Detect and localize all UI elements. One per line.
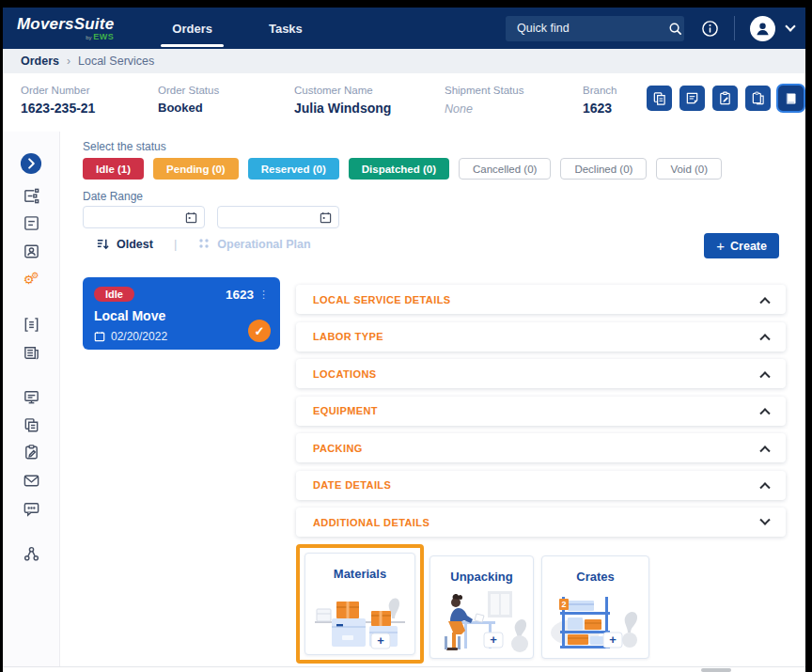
quick-find-input[interactable] <box>517 22 668 35</box>
order-info-bar: Order Number 1623-235-21 Order Status Bo… <box>3 73 805 125</box>
accordion-locations[interactable]: LOCATIONS <box>296 359 786 388</box>
status-chip-declined[interactable]: Declined (0) <box>560 158 647 180</box>
horizontal-scrollbar-thumb[interactable] <box>701 668 731 672</box>
operational-plan-icon[interactable] <box>197 238 211 251</box>
sort-oldest-label[interactable]: Oldest <box>117 238 153 251</box>
status-chip-pending[interactable]: Pending (0) <box>153 158 239 180</box>
mail-icon[interactable] <box>20 469 42 492</box>
clipboard-edit-icon[interactable] <box>712 86 738 111</box>
create-button[interactable]: + Create <box>704 233 779 258</box>
selected-check-icon[interactable]: ✓ <box>248 320 271 342</box>
monitor-icon[interactable] <box>20 385 42 408</box>
tab-tasks[interactable]: Tasks <box>241 8 331 49</box>
person-card-icon[interactable] <box>20 240 42 262</box>
breadcrumb-separator: › <box>67 55 70 68</box>
field-branch: Branch 1623 <box>583 85 617 116</box>
crates-card[interactable]: Crates <box>541 555 649 659</box>
copy-document-icon[interactable] <box>647 86 672 111</box>
calendar-icon <box>185 211 197 224</box>
operational-plan-label[interactable]: Operational Plan <box>217 238 310 251</box>
order-card-date: 02/20/2022 <box>111 330 167 343</box>
date-from-input[interactable] <box>83 206 205 228</box>
navbar-divider <box>734 16 735 40</box>
sort-oldest-icon[interactable] <box>96 237 110 251</box>
svg-text:+: + <box>490 633 497 647</box>
svg-text:+: + <box>609 633 617 647</box>
order-card-branch: 1623 <box>226 288 254 302</box>
details-accordion: LOCAL SERVICE DETAILS LABOR TYPE LOCATIO… <box>296 285 786 545</box>
copy-pages-icon[interactable] <box>20 414 42 436</box>
date-range-label: Date Range <box>83 190 143 203</box>
expand-icon[interactable] <box>20 152 42 175</box>
status-badge: Idle <box>94 287 134 302</box>
quick-find-box[interactable] <box>506 16 684 41</box>
chevron-down-icon[interactable] <box>785 21 795 31</box>
breadcrumb-local-services: Local Services <box>78 55 154 68</box>
order-card-title: Local Move <box>94 308 269 323</box>
app-logo[interactable]: MoversSuite by EWS <box>17 16 114 41</box>
materials-illustration: + <box>311 586 409 654</box>
field-customer-name: Customer Name Julia Windsong <box>294 85 391 116</box>
chevron-up-icon <box>759 408 770 418</box>
sort-view-row: Oldest | Operational Plan <box>96 237 311 251</box>
crates-shelf-count: 2 <box>561 600 566 609</box>
accordion-local-service-details[interactable]: LOCAL SERVICE DETAILS <box>296 285 786 314</box>
materials-card-highlight[interactable]: Materials <box>296 544 424 664</box>
horizontal-scrollbar <box>3 666 805 672</box>
tab-orders[interactable]: Orders <box>144 8 241 49</box>
main-tabs: Orders Tasks <box>144 8 331 49</box>
left-sidebar: ⚙⚙ <box>3 132 60 666</box>
header-action-buttons <box>647 86 804 111</box>
share-nodes-icon[interactable] <box>20 542 42 565</box>
calendar-icon <box>320 211 332 224</box>
search-icon[interactable] <box>668 22 682 36</box>
journal-icon[interactable] <box>20 313 42 336</box>
unpacking-card[interactable]: Unpacking <box>429 555 534 659</box>
materials-card[interactable]: Materials <box>304 553 415 655</box>
chat-icon[interactable] <box>20 497 42 520</box>
order-card[interactable]: Idle 1623 ⋮ Local Move 02/20/2022 ✓ <box>83 277 280 350</box>
news-icon[interactable] <box>20 341 42 364</box>
date-range-inputs <box>83 206 339 228</box>
status-chip-void[interactable]: Void (0) <box>656 158 722 180</box>
crates-illustration: 2 + <box>547 589 645 653</box>
list-tree-icon[interactable] <box>20 184 42 207</box>
clipboard-pen-icon[interactable] <box>20 441 42 463</box>
status-chip-dispatched[interactable]: Dispatched (0) <box>349 158 449 180</box>
content-area: Select the status Idle (1) Pending (0) R… <box>60 132 805 666</box>
accordion-date-details[interactable]: DATE DETAILS <box>296 471 786 500</box>
clipboard-copy-icon[interactable] <box>745 86 771 111</box>
services-gears-icon[interactable]: ⚙⚙ <box>20 268 42 290</box>
accordion-equipment[interactable]: EQUIPMENT <box>296 397 786 426</box>
crates-card-title: Crates <box>576 570 614 584</box>
date-to-input[interactable] <box>217 206 339 228</box>
unpacking-card-title: Unpacking <box>450 570 512 584</box>
field-order-status: Order Status Booked <box>158 85 219 115</box>
book-icon[interactable] <box>778 86 804 111</box>
top-navbar: MoversSuite by EWS Orders Tasks <box>3 8 805 49</box>
note-square-icon[interactable] <box>20 211 42 234</box>
field-order-number: Order Number 1623-235-21 <box>21 85 95 116</box>
accordion-additional-details[interactable]: ADDITIONAL DETAILS <box>296 508 786 537</box>
field-shipment-status: Shipment Status None <box>445 85 523 116</box>
navbar-right <box>506 16 794 41</box>
status-chip-reserved[interactable]: Reserved (0) <box>248 158 339 180</box>
sort-divider: | <box>174 237 177 251</box>
app-window: MoversSuite by EWS Orders Tasks <box>3 8 805 672</box>
plus-icon: + <box>716 238 725 254</box>
breadcrumb-orders[interactable]: Orders <box>21 55 59 68</box>
accordion-labor-type[interactable]: LABOR TYPE <box>296 322 786 352</box>
status-chip-idle[interactable]: Idle (1) <box>83 158 144 180</box>
select-status-label: Select the status <box>83 140 166 153</box>
accordion-packing[interactable]: PACKING <box>296 433 786 462</box>
user-avatar[interactable] <box>750 16 775 41</box>
logo-byline: by EWS <box>86 33 114 41</box>
note-icon[interactable] <box>679 86 705 111</box>
status-chip-cancelled[interactable]: Cancelled (0) <box>459 158 551 180</box>
order-card-date-row: 02/20/2022 <box>94 330 269 343</box>
info-icon[interactable] <box>701 20 719 38</box>
logo-text: MoversSuite <box>17 16 114 32</box>
chevron-up-icon <box>759 371 770 382</box>
status-filter-chips: Idle (1) Pending (0) Reserved (0) Dispat… <box>83 158 722 180</box>
kebab-menu-icon[interactable]: ⋮ <box>258 289 269 300</box>
